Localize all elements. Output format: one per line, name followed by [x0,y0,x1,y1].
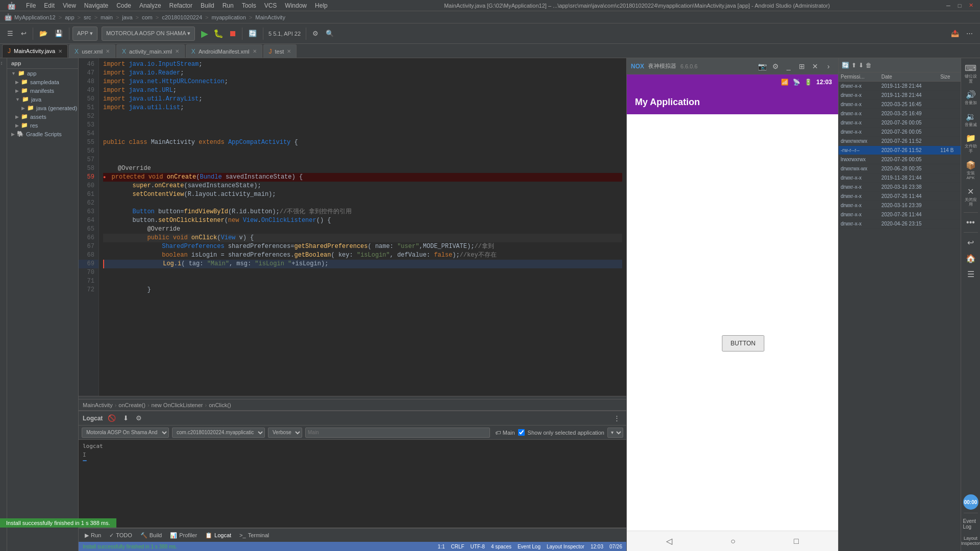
breadcrumb-pkg[interactable]: c201801020224 [162,14,202,20]
status-crlf[interactable]: CRLF [451,544,464,549]
code-lines[interactable]: import java.io.InputStream; import java.… [99,58,626,396]
logcat-more-btn[interactable]: ⋮ [611,413,622,423]
logcat-level-select[interactable]: Verbose [268,428,302,438]
emu-screenshot-btn[interactable]: 📷 [756,61,768,72]
rv-back-btn[interactable]: ↩ [962,236,979,249]
breadcrumb-app[interactable]: app [65,14,74,20]
menu-code[interactable]: Code [113,2,134,9]
tab-test[interactable]: J test ✕ [263,44,297,58]
fep-file-row-12[interactable]: drwxr-x-x 2020-07-26 11:44 [839,192,961,201]
menu-navigate[interactable]: Navigate [81,2,111,9]
fep-file-row-3[interactable]: drwxr-x-x 2020-03-25 16:49 [839,109,961,118]
fep-file-row-0[interactable]: drwxr-x-x 2019-11-28 21:44 [839,82,961,91]
rv-layout-inspector-btn[interactable]: Layout Inspector [962,534,979,548]
status-layout-inspector[interactable]: Layout Inspector [547,544,584,549]
tab-userxml-close[interactable]: ✕ [106,48,110,54]
show-only-select[interactable]: ▾ [607,428,623,438]
status-indent[interactable]: 4 spaces [491,544,511,549]
menu-build[interactable]: Build [198,2,217,9]
tab-mainactivity[interactable]: J MainActivity.java ✕ [2,44,68,58]
bc-mainactivity[interactable]: MainActivity [83,402,113,408]
app-selector-dropdown[interactable]: APP ▾ [72,27,97,41]
tab-todo[interactable]: ✓ TODO [105,531,136,540]
tab-androidmanifest-close[interactable]: ✕ [253,48,257,54]
tree-gradle-scripts[interactable]: ▶ 🐘 Gradle Scripts [7,130,78,138]
status-event-log[interactable]: Event Log [518,544,541,549]
menu-view[interactable]: View [60,2,79,9]
run-button[interactable]: ▶ [199,27,210,40]
fep-file-row-2[interactable]: drwxr-x-x 2020-03-25 16:45 [839,100,961,109]
fep-file-row-9[interactable]: drwxrwx-wx 2020-06-28 00:35 [839,164,961,173]
breadcrumb-src[interactable]: src [84,14,91,20]
tree-assets[interactable]: ▶ 📁 assets [7,112,78,121]
rv-volume-up-btn[interactable]: 🔊 音量加 [962,88,979,108]
emu-arrow-btn[interactable]: › [823,61,834,72]
tab-userxml[interactable]: X user.xml ✕ [69,44,115,58]
fep-file-row-4[interactable]: drwxr-x-x 2020-07-26 00:05 [839,118,961,128]
breadcrumb-mainactivity[interactable]: MainActivity [255,14,285,20]
fep-file-row-14[interactable]: drwxr-x-x 2020-07-26 11:44 [839,210,961,219]
phone-button[interactable]: BUTTON [722,335,764,352]
logcat-package-select[interactable]: com.c201801020224.myapplicatic [172,428,265,438]
fep-download-btn[interactable]: ⬇ [859,62,864,69]
phone-home-btn[interactable]: ○ [730,537,736,546]
menu-window[interactable]: Window [282,2,310,9]
show-only-checkbox[interactable] [518,429,525,436]
fep-delete-btn[interactable]: 🗑 [866,62,872,69]
menu-tools[interactable]: Tools [239,2,259,9]
fep-file-row-10[interactable]: drwxr-x-x 2019-11-28 21:44 [839,173,961,183]
tab-activity-main-close[interactable]: ✕ [175,48,179,54]
rv-recents-btn[interactable]: ☰ [962,267,979,281]
device-selector-dropdown[interactable]: MOTOROLA AOSP ON SHAMA ▾ [102,27,195,41]
fep-file-row-13[interactable]: drwxr-x-x 2020-03-16 23:39 [839,201,961,210]
toolbar-save-btn[interactable]: 💾 [52,27,66,41]
tab-profiler[interactable]: 📊 Profiler [166,531,201,540]
menu-help[interactable]: Help [312,2,331,9]
rv-volume-down-btn[interactable]: 🔉 音量减 [962,110,979,130]
fep-upload-btn[interactable]: ⬆ [851,62,856,69]
status-charset[interactable]: UTF-8 [471,544,485,549]
logcat-device-select[interactable]: Motorola AOSP On Shama And [82,428,169,438]
fep-file-row-5[interactable]: drwxr-x-x 2020-07-26 00:05 [839,128,961,137]
tree-sampledata[interactable]: ▶ 📁 sampledata [7,78,78,86]
bc-onclick[interactable]: onClick() [209,402,231,408]
fep-file-row-7[interactable]: -rw-r--r-- 2020-07-26 11:52 114 B [839,146,961,155]
toolbar-sync-btn[interactable]: 🔄 [246,27,260,41]
breadcrumb-com[interactable]: com [142,14,153,20]
fep-file-row-1[interactable]: drwxr-x-x 2019-11-28 21:44 [839,91,961,100]
fep-file-row-11[interactable]: drwxr-x-x 2020-03-16 23:38 [839,183,961,192]
status-line-col[interactable]: 1:1 [438,544,445,549]
rv-close-app-btn[interactable]: ✕ 关闭应用 [962,185,979,209]
breadcrumb-java[interactable]: java [122,14,132,20]
tab-activity-main[interactable]: X activity_main.xml ✕ [116,44,185,58]
maximize-button[interactable]: □ [954,1,965,11]
rv-more-btn[interactable]: ••• [962,216,979,229]
menu-vcs[interactable]: VCS [261,2,280,9]
logcat-scroll-btn[interactable]: ⬇ [121,413,131,423]
toolbar-menu-btn[interactable]: ☰ [4,27,16,41]
rv-file-btn[interactable]: 📁 文件助手 [962,131,979,156]
bc-onclicklistener[interactable]: new OnClickListener [152,402,203,408]
toolbar-undo-btn[interactable]: ↩ [17,27,30,41]
tab-androidmanifest[interactable]: X AndroidManifest.xml ✕ [186,44,262,58]
menu-analyze[interactable]: Analyze [136,2,164,9]
toolbar-settings-btn[interactable]: ⚙ [309,27,322,41]
breadcrumb-main[interactable]: main [101,14,113,20]
tab-logcat[interactable]: 📋 Logcat [201,531,235,540]
stop-button[interactable]: ⏹ [227,28,239,39]
menu-refactor[interactable]: Refactor [166,2,195,9]
bc-oncreate[interactable]: onCreate() [118,402,145,408]
tab-mainactivity-close[interactable]: ✕ [58,48,62,54]
fep-file-row-6[interactable]: drwxrwxrwx 2020-07-26 11:52 [839,137,961,146]
tree-app[interactable]: ▼ 📁 app [7,69,78,78]
debug-button[interactable]: 🐛 [211,28,226,39]
tree-res[interactable]: ▶ 📁 res [7,121,78,130]
tab-build[interactable]: 🔨 Build [136,531,166,540]
emu-settings-btn[interactable]: ⚙ [770,61,781,72]
left-strip-toggle[interactable]: ↕ [1,60,7,66]
timer-button[interactable]: 00:00 [963,494,978,510]
logcat-clear-btn[interactable]: 🚫 [106,413,118,423]
menu-run[interactable]: Run [219,2,237,9]
breadcrumb-myapp[interactable]: myapplication [212,14,246,20]
emu-minimize-btn[interactable]: _ [783,61,794,72]
